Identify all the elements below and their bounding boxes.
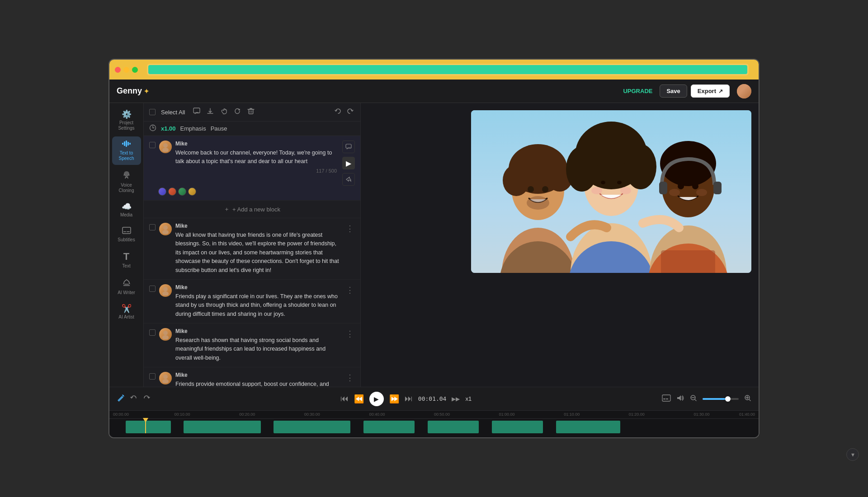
add-block-button[interactable]: ＋ + Add a new block bbox=[144, 201, 360, 218]
script-panel: Select All bbox=[144, 103, 361, 387]
transport-bar: ⏮ ⏪ ▶ ⏩ ⏭ 00:01.04 ▶▶ x1 bbox=[109, 387, 759, 410]
svg-point-61 bbox=[678, 183, 684, 189]
block-content: Mike We all know that having true friend… bbox=[175, 223, 340, 275]
url-bar[interactable] bbox=[147, 64, 749, 75]
block-text[interactable]: Welcome back to our channel, everyone! T… bbox=[175, 149, 337, 166]
timeline-segment bbox=[274, 421, 350, 433]
block-speaker-name: Mike bbox=[175, 328, 340, 334]
sidebar-label-subtitles: Subtitles bbox=[118, 237, 135, 243]
emphasis-label[interactable]: Emphasis bbox=[180, 125, 206, 132]
speed-icon bbox=[149, 124, 156, 133]
block-item: Mike Friends provide emotional support, … bbox=[144, 367, 360, 387]
upgrade-button[interactable]: UPGRADE bbox=[623, 88, 652, 94]
svg-rect-7 bbox=[127, 231, 130, 232]
voice-avatar-1 bbox=[158, 188, 166, 196]
comment-action-icon[interactable] bbox=[342, 141, 355, 153]
undo-button[interactable] bbox=[333, 107, 342, 117]
close-button[interactable] bbox=[115, 67, 121, 73]
sidebar-item-text-to-speech[interactable]: Text toSpeech bbox=[112, 136, 141, 165]
tts-icon bbox=[122, 140, 131, 149]
block-checkbox[interactable] bbox=[149, 373, 156, 380]
undo-redo-group bbox=[333, 107, 355, 117]
block-menu-icon[interactable]: ⋮ bbox=[345, 372, 355, 384]
zoom-slider-knob[interactable] bbox=[725, 396, 731, 402]
timeline-segment bbox=[428, 421, 479, 433]
comment-icon[interactable] bbox=[192, 107, 201, 117]
block-text[interactable]: Friends play a significant role in our l… bbox=[175, 292, 340, 319]
save-button[interactable]: Save bbox=[660, 84, 687, 98]
sidebar-item-ai-writer[interactable]: AI Writer bbox=[112, 274, 141, 299]
timeline-marker-6: 01:00.00 bbox=[499, 412, 515, 417]
hand-icon[interactable] bbox=[219, 107, 228, 117]
step-forward-button[interactable]: ⏩ bbox=[389, 394, 399, 404]
play-action-icon[interactable]: ▶ bbox=[342, 157, 355, 169]
block-text[interactable]: We all know that having true friends is … bbox=[175, 231, 340, 275]
sidebar-item-ai-artist[interactable]: ✂️ AI Artist bbox=[112, 301, 141, 324]
svg-point-45 bbox=[580, 135, 607, 167]
add-block-plus: ＋ bbox=[224, 205, 230, 213]
select-all-label[interactable]: Select All bbox=[161, 109, 185, 116]
export-button[interactable]: Export ↗ bbox=[691, 84, 730, 98]
maximize-button[interactable] bbox=[132, 67, 138, 73]
block-text[interactable]: Friends provide emotional support, boost… bbox=[175, 380, 340, 387]
export-label: Export bbox=[698, 88, 716, 94]
captions-icon[interactable] bbox=[662, 394, 671, 403]
sidebar-item-media[interactable]: ☁️ Media bbox=[112, 199, 141, 221]
speed-value[interactable]: x1.00 bbox=[161, 125, 176, 132]
minimize-button[interactable] bbox=[123, 67, 129, 73]
sidebar-item-subtitles[interactable]: Subtitles bbox=[112, 223, 141, 246]
zoom-out-icon[interactable] bbox=[690, 394, 697, 403]
settings-icon: ⚙️ bbox=[122, 110, 132, 118]
timeline-playhead[interactable] bbox=[145, 421, 146, 433]
pause-label[interactable]: Pause bbox=[211, 125, 227, 132]
fast-forward-speed[interactable]: ▶▶ bbox=[452, 396, 460, 402]
download-icon[interactable] bbox=[206, 107, 215, 117]
share-action-icon[interactable] bbox=[342, 173, 355, 186]
block-checkbox[interactable] bbox=[149, 286, 156, 292]
block-checkbox[interactable] bbox=[149, 224, 156, 230]
app-logo: Genny✦ bbox=[117, 86, 149, 96]
svg-point-37 bbox=[527, 196, 549, 210]
redo-button[interactable] bbox=[346, 107, 355, 117]
block-checkbox[interactable] bbox=[149, 142, 156, 148]
undo-transport-button[interactable] bbox=[130, 394, 137, 403]
sidebar-item-text[interactable]: T Text bbox=[112, 248, 141, 272]
rewind-button[interactable]: ⏪ bbox=[354, 394, 364, 404]
sidebar: ⚙️ ProjectSettings Text toSpeech bbox=[109, 103, 144, 387]
select-all-checkbox[interactable] bbox=[149, 109, 156, 115]
avatar-face bbox=[737, 84, 751, 98]
block-checkbox[interactable] bbox=[149, 329, 156, 336]
block-menu-icon[interactable]: ⋮ bbox=[345, 328, 355, 340]
block-text[interactable]: Research has shown that having strong so… bbox=[175, 336, 340, 362]
timeline-track[interactable] bbox=[113, 421, 755, 433]
skip-to-start-button[interactable]: ⏮ bbox=[340, 394, 349, 403]
play-button[interactable]: ▶ bbox=[369, 392, 384, 406]
sidebar-label-project-settings: ProjectSettings bbox=[118, 120, 134, 131]
svg-point-63 bbox=[669, 189, 680, 196]
logo-text: Genny bbox=[117, 86, 142, 96]
playback-speed[interactable]: x1 bbox=[465, 395, 472, 402]
ai-artist-icon: ✂️ bbox=[122, 305, 132, 313]
svg-point-65 bbox=[123, 395, 124, 396]
app: Genny✦ UPGRADE Save Export ↗ ⚙️ ProjectS… bbox=[109, 80, 759, 437]
zoom-slider[interactable] bbox=[703, 398, 739, 400]
sidebar-item-project-settings[interactable]: ⚙️ ProjectSettings bbox=[112, 107, 141, 135]
volume-icon[interactable] bbox=[676, 394, 684, 403]
timeline-segment bbox=[363, 421, 415, 433]
block-speaker-name: Mike bbox=[175, 141, 337, 147]
block-menu-icon[interactable]: ⋮ bbox=[345, 284, 355, 296]
zoom-in-icon[interactable] bbox=[744, 394, 751, 403]
magic-icon[interactable] bbox=[117, 394, 125, 404]
timeline-ruler: 00:00.00 00:10.00 00:20.00 00:30.00 00:4… bbox=[109, 411, 759, 419]
trash-icon[interactable] bbox=[246, 107, 255, 117]
svg-rect-55 bbox=[661, 250, 715, 273]
skip-to-end-button[interactable]: ⏭ bbox=[405, 394, 413, 403]
sidebar-item-voice-cloning[interactable]: VoiceCloning bbox=[112, 167, 141, 197]
redo-transport-button[interactable] bbox=[143, 394, 150, 403]
block-speaker-avatar bbox=[159, 328, 172, 341]
refresh-icon[interactable] bbox=[233, 107, 242, 117]
block-menu-icon[interactable]: ⋮ bbox=[345, 223, 355, 234]
media-icon: ☁️ bbox=[122, 202, 132, 211]
avatar[interactable] bbox=[737, 84, 751, 98]
svg-rect-1 bbox=[124, 141, 125, 146]
